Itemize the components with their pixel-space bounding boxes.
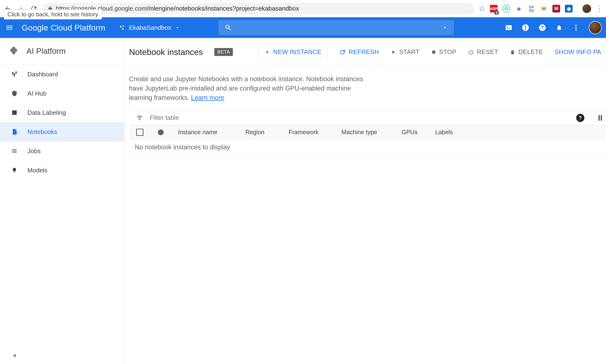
search-dropdown-icon[interactable] xyxy=(442,25,448,30)
abp-extension-icon[interactable]: ABP 1 xyxy=(490,5,498,13)
alert-icon[interactable] xyxy=(521,24,530,32)
col-instance-name[interactable]: Instance name xyxy=(178,129,231,136)
refresh-button[interactable]: REFRESH xyxy=(339,48,379,56)
collapse-sidebar-button[interactable] xyxy=(11,352,17,359)
sidebar-item-notebooks[interactable]: Notebooks xyxy=(0,122,124,142)
col-framework[interactable]: Framework xyxy=(289,129,327,136)
button-label: SHOW INFO PA xyxy=(554,48,601,56)
extension-tray: ☆ ABP 1 G ◆ Git Zip M ◉ ⋮ xyxy=(479,4,603,13)
start-button[interactable]: START xyxy=(391,48,419,56)
project-icon xyxy=(119,25,125,31)
sidebar-item-models[interactable]: Models xyxy=(0,161,124,180)
notifications-icon[interactable] xyxy=(555,24,563,32)
svg-point-13 xyxy=(575,25,577,26)
sidebar-item-aihub[interactable]: AI Hub xyxy=(0,84,124,103)
dropdown-caret-icon xyxy=(175,25,180,30)
search-icon xyxy=(225,24,232,31)
delete-button[interactable]: DELETE xyxy=(510,48,543,56)
sidebar-item-jobs[interactable]: Jobs xyxy=(0,142,124,161)
header-actions: ? xyxy=(490,21,602,34)
button-label: REFRESH xyxy=(349,48,379,56)
ai-platform-icon xyxy=(8,46,19,57)
sidebar-item-label: AI Hub xyxy=(27,90,47,97)
filter-bar: ? xyxy=(129,110,606,125)
models-icon xyxy=(10,166,19,175)
gcp-logo-google: Google xyxy=(22,23,48,32)
beta-badge: BETA xyxy=(214,48,233,56)
help-icon[interactable]: ? xyxy=(538,24,546,32)
button-label: DELETE xyxy=(518,48,543,56)
nav-menu-button[interactable] xyxy=(4,23,14,33)
refresh-icon xyxy=(339,49,346,55)
svg-point-1 xyxy=(542,8,543,9)
svg-rect-17 xyxy=(15,354,16,357)
chrome-profile-avatar[interactable] xyxy=(582,4,591,13)
sidebar-item-label: Dashboard xyxy=(27,71,58,78)
col-machine[interactable]: Machine type xyxy=(341,129,387,136)
select-all-checkbox[interactable] xyxy=(136,129,143,136)
svg-rect-18 xyxy=(432,51,435,53)
svg-point-15 xyxy=(575,29,577,30)
aihub-icon xyxy=(10,89,19,98)
extension-icon-7[interactable]: ◉ xyxy=(565,5,573,13)
page-description: Create and use Jupyter Notebooks with a … xyxy=(124,66,379,110)
dashboard-icon xyxy=(10,70,19,78)
filter-help-icon[interactable]: ? xyxy=(576,114,584,122)
account-avatar[interactable] xyxy=(589,21,602,34)
sidebar-item-dashboard[interactable]: Dashboard xyxy=(0,65,124,84)
svg-rect-16 xyxy=(12,110,17,115)
sidebar-item-label: Data Labeling xyxy=(27,109,66,117)
back-tooltip: Click to go back, hold to see history xyxy=(4,9,102,19)
new-instance-button[interactable]: NEW INSTANCE xyxy=(258,45,327,59)
svg-point-4 xyxy=(120,26,121,27)
svg-rect-2 xyxy=(544,8,546,8)
gitzip-extension-icon[interactable]: Git Zip xyxy=(527,5,535,13)
gcp-header: Google Cloud Platform EkabaSandbox ? xyxy=(0,17,606,38)
columns-toggle-icon[interactable] xyxy=(598,115,603,121)
filter-icon[interactable] xyxy=(136,115,143,121)
status-column-icon xyxy=(158,130,164,135)
power-icon xyxy=(468,49,474,55)
main-layout: AI Platform Dashboard AI Hub Data Labeli… xyxy=(0,38,606,364)
table-header: Instance name Region Framework Machine t… xyxy=(129,125,606,139)
sidebar-item-label: Notebooks xyxy=(27,128,57,136)
sidebar-title[interactable]: AI Platform xyxy=(0,38,124,65)
svg-rect-20 xyxy=(601,115,602,120)
stop-button[interactable]: STOP xyxy=(431,48,457,56)
mendeley-extension-icon[interactable]: M xyxy=(552,5,560,13)
sidebar-item-datalabeling[interactable]: Data Labeling xyxy=(0,103,124,122)
empty-state: No notebook instances to display xyxy=(129,139,606,156)
svg-point-14 xyxy=(575,27,577,28)
filter-input[interactable] xyxy=(150,114,599,121)
button-label: RESET xyxy=(477,48,498,56)
col-labels[interactable]: Labels xyxy=(435,129,459,136)
button-label: START xyxy=(399,48,419,56)
gcp-logo-rest: Cloud Platform xyxy=(51,23,106,32)
trash-icon xyxy=(510,49,515,55)
extension-icon-5[interactable] xyxy=(540,5,548,13)
button-label: STOP xyxy=(439,48,457,56)
col-region[interactable]: Region xyxy=(245,129,274,136)
address-bar[interactable]: https://console.cloud.google.com/mlengin… xyxy=(42,3,474,14)
stop-icon xyxy=(431,50,436,55)
abp-label: ABP xyxy=(490,6,498,11)
more-icon[interactable] xyxy=(572,24,580,32)
cloud-shell-icon[interactable] xyxy=(505,24,513,32)
gcp-logo[interactable]: Google Cloud Platform xyxy=(22,23,105,32)
col-gpus[interactable]: GPUs xyxy=(402,129,421,136)
instances-table: ? Instance name Region Framework Machine… xyxy=(129,110,606,156)
learn-more-link[interactable]: Learn more xyxy=(191,94,224,101)
grammarly-extension-icon[interactable]: G xyxy=(502,5,510,13)
reset-button[interactable]: RESET xyxy=(468,48,498,56)
project-picker[interactable]: EkabaSandbox xyxy=(117,24,182,31)
project-name: EkabaSandbox xyxy=(129,24,171,31)
chrome-menu-icon[interactable]: ⋮ xyxy=(596,5,603,13)
page-title: Notebook instances xyxy=(129,47,203,57)
show-info-panel-button[interactable]: SHOW INFO PA xyxy=(554,48,601,56)
search-box[interactable] xyxy=(218,20,454,35)
scholar-extension-icon[interactable]: ◆ xyxy=(515,5,523,13)
svg-rect-9 xyxy=(525,26,526,28)
svg-point-10 xyxy=(525,29,526,30)
abp-badge-count: 1 xyxy=(494,11,499,15)
bookmark-star-icon[interactable]: ☆ xyxy=(479,4,485,13)
